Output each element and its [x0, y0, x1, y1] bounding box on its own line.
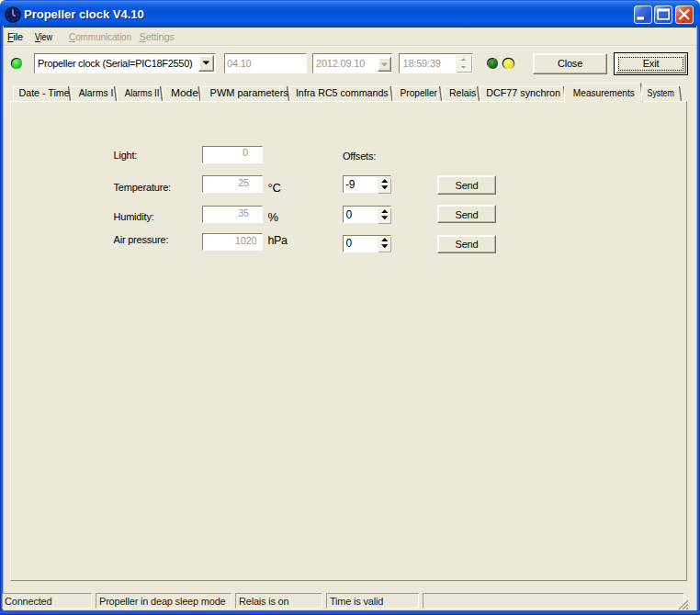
svg-text:Measurements: Measurements	[573, 87, 636, 98]
svg-text:Date - Time: Date - Time	[19, 87, 70, 98]
svg-text:Alarms II: Alarms II	[125, 87, 160, 98]
svg-text:Relais: Relais	[449, 87, 477, 98]
svg-text:Mode: Mode	[171, 87, 198, 98]
svg-text:Propeller: Propeller	[401, 87, 438, 98]
svg-text:System: System	[648, 87, 674, 98]
svg-text:Infra RC5 commands: Infra RC5 commands	[296, 87, 389, 98]
svg-text:DCF77 synchron: DCF77 synchron	[486, 87, 560, 98]
svg-text:PWM parameters: PWM parameters	[210, 87, 289, 98]
svg-text:Alarms I: Alarms I	[79, 87, 114, 98]
